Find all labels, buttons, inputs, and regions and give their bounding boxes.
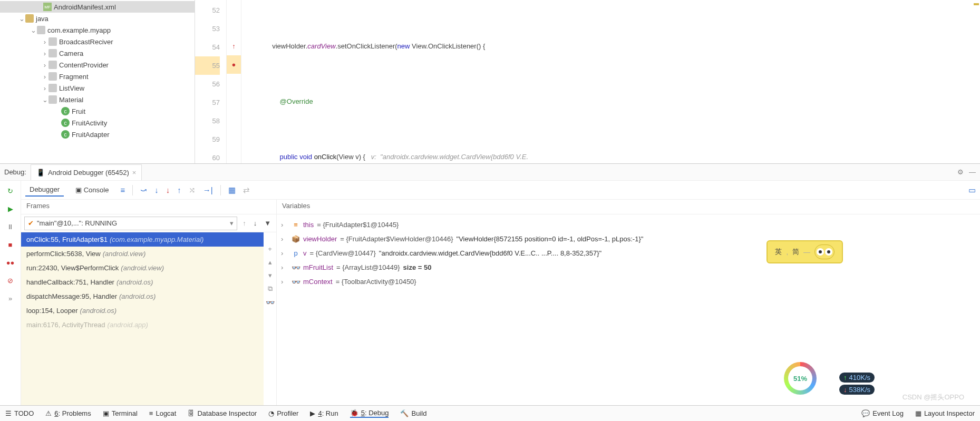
tool-profiler[interactable]: ◔Profiler <box>268 409 298 417</box>
tool-eventlog[interactable]: 💬Event Log <box>861 409 904 417</box>
layout-button[interactable]: ▭ <box>968 185 976 195</box>
expand-icon[interactable]: › <box>281 249 288 257</box>
run-to-cursor-button[interactable]: →| <box>203 185 213 194</box>
drop-frame-button[interactable]: ⤭ <box>189 185 196 195</box>
filter-button[interactable]: ▼ <box>262 219 273 227</box>
editor-marks-strip[interactable] <box>973 0 980 163</box>
tree-item[interactable]: ›Fragment <box>0 71 195 82</box>
expand-icon[interactable]: › <box>281 263 288 271</box>
download-icon: ↓ <box>843 386 847 394</box>
tree-item-class[interactable]: cFruitActivity <box>0 117 195 129</box>
tree-item-class[interactable]: cFruit <box>0 105 195 117</box>
chevron-right-icon[interactable]: › <box>41 61 48 69</box>
chevron-right-icon[interactable]: › <box>41 38 48 46</box>
scroll-up-icon[interactable]: ▴ <box>268 258 272 266</box>
thread-selector[interactable]: ✔ "main"@10,...": RUNNING ▾ <box>24 217 237 230</box>
variable-row[interactable]: ›📦viewHolder = {FruitAdapter$ViewHolder@… <box>281 232 976 246</box>
tree-item[interactable]: ›ListView <box>0 82 195 94</box>
pause-button[interactable]: ⏸ <box>5 221 16 232</box>
tool-debug[interactable]: 🐞5: Debug <box>350 409 389 418</box>
chevron-down-icon[interactable]: ⌄ <box>18 15 25 23</box>
tree-item-package[interactable]: ⌄com.example.myapp <box>0 24 195 36</box>
warning-icon: ⚠ <box>45 409 52 417</box>
more-button[interactable]: » <box>5 292 16 304</box>
add-button[interactable]: + <box>268 245 272 253</box>
tool-build[interactable]: 🔨Build <box>400 409 426 417</box>
stack-frame[interactable]: main:6176, ActivityThread (android.app) <box>21 318 264 332</box>
gear-icon[interactable]: ⚙ <box>957 168 964 176</box>
chevron-down-icon[interactable]: ⌄ <box>41 96 48 104</box>
fold-gutter[interactable] <box>241 0 250 163</box>
variable-row[interactable]: ›👓mContext = {ToolbarActivity@10450} <box>281 275 976 289</box>
tree-item-manifest[interactable]: MFAndroidManifest.xml <box>0 1 195 13</box>
stack-frame[interactable]: onClick:55, FruitAdapter$1 (com.example.… <box>21 232 264 247</box>
chevron-right-icon[interactable]: › <box>41 84 48 92</box>
tool-todo[interactable]: ☰TODO <box>5 409 34 417</box>
line-gutter: 525354 55 5657585960 <box>195 0 227 163</box>
tool-logcat[interactable]: ≡Logcat <box>149 409 177 417</box>
trace-button[interactable]: ⇄ <box>243 185 250 195</box>
chevron-right-icon[interactable]: › <box>41 73 48 81</box>
tree-item-java[interactable]: ⌄java <box>0 13 195 24</box>
tree-item[interactable]: ›Camera <box>0 47 195 59</box>
code-editor[interactable]: 525354 55 5657585960 ↑ ● viewHolder.card… <box>195 0 980 163</box>
close-icon[interactable]: × <box>132 169 137 177</box>
expand-icon[interactable]: › <box>281 221 288 229</box>
project-tree[interactable]: MFAndroidManifest.xml ⌄java ⌄com.example… <box>0 0 195 163</box>
chevron-down-icon[interactable]: ⌄ <box>30 26 37 34</box>
tool-terminal[interactable]: ▣Terminal <box>103 409 138 417</box>
variable-row[interactable]: ›≡this = {FruitAdapter$1@10445} <box>281 218 976 232</box>
tool-problems[interactable]: ⚠6: Problems <box>45 409 91 417</box>
force-step-into-button[interactable]: ↓ <box>166 185 170 194</box>
breakpoint-icon[interactable]: ● <box>227 55 241 74</box>
step-into-button[interactable]: ↓ <box>154 185 159 194</box>
expand-icon[interactable]: › <box>281 235 288 243</box>
rerun-button[interactable]: ↻ <box>5 185 16 197</box>
override-marker-icon[interactable]: ↑ <box>227 37 241 55</box>
tool-run[interactable]: ▶4: Run <box>310 409 338 417</box>
gutter-marks[interactable]: ↑ ● <box>227 0 241 163</box>
stack-frame[interactable]: loop:154, Looper (android.os) <box>21 303 264 318</box>
step-over-button[interactable]: ⤻ <box>140 185 147 195</box>
tree-label: FruitAdapter <box>72 131 110 139</box>
stack-frame[interactable]: dispatchMessage:95, Handler (android.os) <box>21 289 264 303</box>
dropdown-icon[interactable]: ▾ <box>230 219 234 227</box>
chevron-right-icon[interactable]: › <box>41 50 48 57</box>
stack-frame[interactable]: handleCallback:751, Handler (android.os) <box>21 275 264 289</box>
glasses-icon[interactable]: 👓 <box>266 298 275 307</box>
stack-frame[interactable]: run:22430, View$PerformClick (android.vi… <box>21 261 264 275</box>
tab-debugger[interactable]: Debugger <box>25 183 64 197</box>
variable-row[interactable]: ›pv = {CardView@10447} "androidx.cardvie… <box>281 246 976 260</box>
expand-icon[interactable]: › <box>281 278 288 286</box>
show-execution-point-button[interactable]: ≡ <box>120 185 125 194</box>
prev-frame-button[interactable]: ↑ <box>240 219 248 227</box>
step-out-button[interactable]: ↑ <box>177 185 181 194</box>
minimize-icon[interactable]: — <box>969 168 976 176</box>
tree-item-material[interactable]: ⌄Material <box>0 94 195 105</box>
stop-button[interactable]: ■ <box>5 239 16 250</box>
code-area[interactable]: viewHolder.cardView.setOnClickListener(n… <box>250 0 980 163</box>
next-frame-button[interactable]: ↓ <box>251 219 259 227</box>
tree-item-class[interactable]: cFruitAdapter <box>0 129 195 140</box>
warning-marker-icon[interactable] <box>974 3 979 5</box>
class-icon: c <box>61 119 70 127</box>
tree-item[interactable]: ›ContentProvider <box>0 59 195 71</box>
variable-row[interactable]: ›👓mFruitList = {ArrayList@10449} size = … <box>281 260 976 275</box>
database-icon: 🗄 <box>188 409 195 417</box>
view-breakpoints-button[interactable]: ●● <box>5 257 16 268</box>
ime-indicator[interactable]: 英,简— <box>766 240 843 263</box>
tree-item[interactable]: ›BroadcastReciver <box>0 36 195 47</box>
frame-list[interactable]: onClick:55, FruitAdapter$1 (com.example.… <box>21 232 264 405</box>
resume-button[interactable]: ▶ <box>5 203 16 214</box>
performance-badge[interactable]: 51% <box>784 362 817 395</box>
evaluate-button[interactable]: ▦ <box>228 185 236 195</box>
debug-toolbar: Debugger ▣ Console ≡ ⤻ ↓ ↓ ↑ ⤭ →| ▦ ⇄ ▭ <box>21 181 980 200</box>
debug-session-tab[interactable]: 📱 Android Debugger (65452) × <box>31 164 142 180</box>
tab-console[interactable]: ▣ Console <box>71 184 113 196</box>
tool-layout-inspector[interactable]: ▦Layout Inspector <box>915 409 975 417</box>
copy-button[interactable]: ⧉ <box>268 285 273 293</box>
tool-database[interactable]: 🗄Database Inspector <box>188 409 257 417</box>
stack-frame[interactable]: performClick:5638, View (android.view) <box>21 247 264 261</box>
scroll-down-icon[interactable]: ▾ <box>268 271 272 279</box>
mute-breakpoints-button[interactable]: ⊘ <box>5 275 16 286</box>
